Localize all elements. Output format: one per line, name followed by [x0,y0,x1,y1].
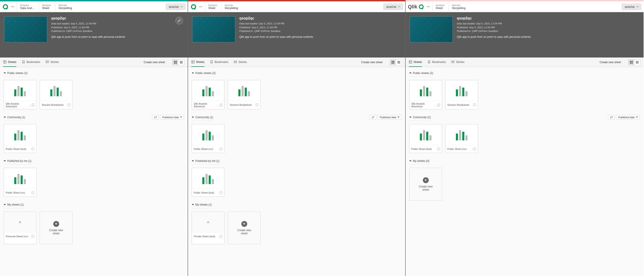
app-crumb-button[interactable]: qsop2qc [622,4,641,10]
tab-stories[interactable]: Stories [46,57,59,67]
card-more-icon[interactable]: … [434,104,437,106]
sort-order-button[interactable] [370,115,376,120]
sheet-card[interactable]: Qlik Analytic Adventure … i [4,80,36,109]
info-icon[interactable]: i [219,191,222,194]
section-title: My sheets (1) [195,203,212,206]
sheet-card[interactable]: Session Breakdown i [228,80,260,109]
section-header[interactable]: Published by me (1) [4,157,32,165]
tab-sheets[interactable]: Sheets [3,57,16,67]
tab-bookmarks[interactable]: Bookmarks [22,57,40,67]
create-sheet-card[interactable]: + Create newsheet [409,168,442,201]
plus-icon: + [53,221,59,227]
sort-order-button[interactable] [608,115,615,120]
info-icon[interactable]: i [473,147,476,151]
sheet-card[interactable]: Qlik Analytic Adventure … i [409,80,442,109]
sheet-blank-thumb: A [4,212,36,233]
nav-narrate[interactable]: NarrateStorytelling [449,1,468,12]
create-sheet-card[interactable]: + Create newsheet [228,212,260,244]
card-more-icon[interactable]: … [29,104,32,106]
sheet-card[interactable]: Public Sheet (bob) i [4,124,36,153]
app-crumb-button[interactable]: qsop2qc [384,4,403,10]
section-header[interactable]: Published by me (1) [192,157,220,165]
tab-stories[interactable]: Stories [234,57,247,67]
global-menu-button[interactable] [10,4,16,10]
nav-narrate[interactable]: NarrateStorytelling [55,1,75,12]
section-header[interactable]: Community (1) [4,113,25,121]
section-header[interactable]: My sheets (1) [192,201,212,208]
sort-field-dropdown[interactable]: Published date [616,115,640,120]
sheet-card[interactable]: Public Sheet (rvr) i [445,124,478,153]
nav-analyze[interactable]: AnalyzeSheet [432,1,448,12]
info-icon[interactable]: i [31,235,34,238]
nav-prepare[interactable]: PrepareData mod… [17,1,38,12]
section-header[interactable]: Public sheets (2) [4,69,28,77]
info-icon[interactable]: i [256,103,258,106]
info-icon[interactable]: i [31,147,34,151]
sheet-card[interactable]: Session Breakdown i [40,80,72,109]
info-icon[interactable]: i [67,103,70,106]
create-new-sheet-link[interactable]: Create new sheet [598,60,623,65]
svg-rect-48 [636,61,638,62]
info-icon[interactable]: i [220,103,223,107]
info-icon[interactable]: i [31,191,34,194]
tab-bookmarks[interactable]: Bookmarks [427,57,446,67]
qlik-logo: Qlik [408,4,424,10]
sort-order-button[interactable] [152,115,159,120]
create-new-sheet-link[interactable]: Create new sheet [142,60,167,65]
section-header[interactable]: My sheets (0) [409,157,430,165]
sheet-card[interactable]: Public Sheet (rvr) i [192,124,224,153]
svg-marker-9 [47,62,48,62]
sheet-card[interactable]: Public Sheet (bob) i [192,168,224,197]
info-icon[interactable]: i [437,147,440,151]
sheet-card[interactable]: Public Sheet (rvr) i [4,168,36,197]
sort-field-dropdown[interactable]: Published date [160,115,184,120]
global-menu-button[interactable] [425,4,432,10]
grid-view-button[interactable] [628,59,634,65]
app-meta: Data last loaded: Sep 5, 2023, 11:04 PMP… [239,22,313,33]
section-header[interactable]: Community (2) [409,113,431,121]
sheet-card[interactable]: Session Breakdown i [445,80,478,109]
tab-sheets[interactable]: Sheets [409,57,422,67]
collapse-triangle-icon [4,160,6,162]
svg-rect-46 [630,62,631,64]
tab-stories[interactable]: Stories [451,57,464,67]
tab-sheets[interactable]: Sheets [191,57,204,67]
info-icon[interactable]: i [473,103,476,106]
svg-rect-16 [180,63,183,63]
nav-analyze[interactable]: AnalyzeSheet [39,1,54,12]
sort-field-dropdown[interactable]: Published date [378,115,402,120]
section-header[interactable]: Community (1) [192,113,213,121]
sheet-card[interactable]: A Personal Sheet (rvr) i [4,212,36,244]
tab-bookmarks[interactable]: Bookmarks [210,57,228,67]
list-view-button[interactable] [634,59,640,65]
info-icon[interactable]: i [437,103,440,107]
app-overview: qsop2qc Data last loaded: Sep 5, 2023, 1… [188,12,405,57]
sheet-sections: Public sheets (2) Qlik Analytic Adventur… [406,67,644,276]
grid-view-button[interactable] [390,59,396,65]
grid-view-button[interactable] [172,59,178,65]
global-menu-button[interactable] [198,4,204,10]
info-icon[interactable]: i [219,235,222,238]
sheet-card[interactable]: A Private Sheet (bob) i [192,212,224,244]
sheet-card[interactable]: Public Sheet (bob) i [409,124,442,153]
edit-app-details-button[interactable] [176,17,183,24]
collapse-triangle-icon [409,117,412,118]
sheet-card[interactable]: Qlik Analytic Adventure … i [192,80,224,109]
info-icon[interactable]: i [32,103,35,107]
info-icon[interactable]: i [219,147,222,151]
section-header[interactable]: Public sheets (2) [192,69,216,77]
app-crumb-button[interactable]: qsop2qc [166,4,185,10]
create-sheet-card[interactable]: + Create newsheet [40,212,72,244]
list-view-button[interactable] [178,59,184,65]
nav-narrate[interactable]: NarrateStorytelling [221,1,241,12]
section-header[interactable]: Public sheets (2) [409,69,433,77]
card-more-icon[interactable]: … [217,104,220,106]
create-new-sheet-link[interactable]: Create new sheet [360,60,384,65]
svg-rect-13 [176,62,177,64]
toolbar: Qlik AnalyzeSheet NarrateStorytelling qs… [406,1,644,12]
list-view-button[interactable] [396,59,402,65]
section-header[interactable]: My sheets (1) [4,201,24,208]
svg-rect-27 [392,61,393,62]
nav-analyze[interactable]: AnalyzeSheet [205,1,220,12]
toolbar: AnalyzeSheet NarrateStorytelling qsop2qc [188,1,405,12]
